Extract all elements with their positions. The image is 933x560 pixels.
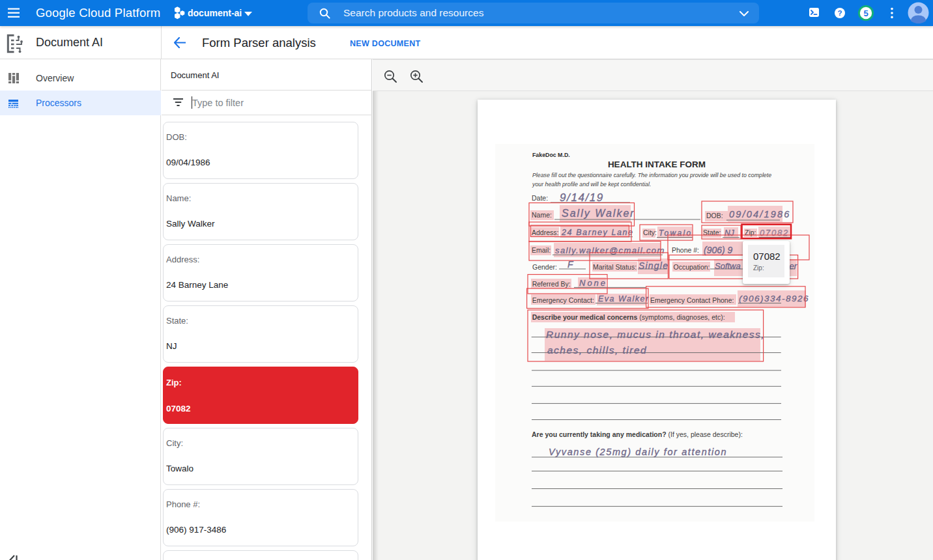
svg-text:City:: City: (643, 229, 657, 236)
svg-text:FakeDoc M.D.: FakeDoc M.D. (532, 152, 570, 158)
svg-text:Single: Single (639, 260, 668, 271)
svg-text:er: er (790, 261, 797, 271)
svg-text:Email:: Email: (532, 246, 551, 254)
svg-text:None: None (579, 278, 607, 288)
svg-text:(906) 9: (906) 9 (704, 245, 733, 255)
svg-text:Emergency Contact:: Emergency Contact: (532, 296, 594, 304)
svg-text:Are you currently taking any m: Are you currently taking any medication?… (532, 430, 743, 438)
svg-text:Name:: Name: (532, 211, 552, 219)
svg-text:Towalo: Towalo (659, 229, 692, 238)
svg-text:Runny nose, mucus in throat, w: Runny nose, mucus in throat, weakness, (546, 329, 765, 340)
svg-text:Referred By:: Referred By: (532, 280, 571, 288)
svg-text:?: ? (837, 9, 842, 17)
svg-text:sally.walker@cmail.com: sally.walker@cmail.com (555, 245, 665, 255)
svg-text:your health profile and will b: your health profile and will be kept con… (532, 181, 651, 188)
svg-text:Marital Status:: Marital Status: (593, 263, 637, 271)
svg-text:Describe your medical concerns: Describe your medical concerns (symptoms… (532, 313, 725, 321)
svg-text:Eva Walker: Eva Walker (598, 294, 650, 303)
svg-text:07082: 07082 (760, 228, 789, 238)
svg-text:Vyvanse (25mg) daily for atten: Vyvanse (25mg) daily for attention (549, 447, 727, 457)
svg-text:aches, chills, tired: aches, chills, tired (547, 344, 647, 356)
svg-text:Softwa: Softwa (715, 261, 741, 271)
svg-text:9/14/19: 9/14/19 (560, 191, 604, 204)
svg-text:Please fill out the questionna: Please fill out the questionnaire carefu… (532, 172, 771, 178)
svg-text:Gender:: Gender: (532, 263, 557, 271)
svg-text:Occupation:: Occupation: (674, 263, 710, 271)
svg-text:HEALTH INTAKE FORM: HEALTH INTAKE FORM (608, 160, 706, 169)
svg-text:Phone #:: Phone #: (672, 246, 699, 254)
svg-text:Emergency Contact Phone:: Emergency Contact Phone: (650, 296, 734, 304)
svg-text:(906)334-8926: (906)334-8926 (739, 294, 809, 303)
svg-text:DOB:: DOB: (706, 212, 723, 219)
svg-text:NJ: NJ (725, 229, 735, 238)
svg-text:09/04/1986: 09/04/1986 (729, 209, 791, 219)
svg-text:Address:: Address: (532, 229, 558, 236)
svg-text:24 Barney Lane: 24 Barney Lane (561, 228, 634, 237)
svg-text:5: 5 (863, 8, 868, 18)
svg-text:Date:: Date: (532, 194, 548, 202)
svg-text:Sally Walker: Sally Walker (562, 208, 635, 219)
